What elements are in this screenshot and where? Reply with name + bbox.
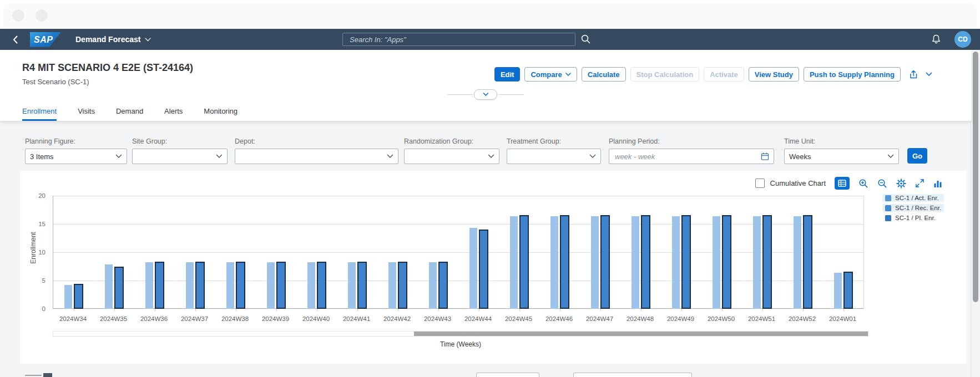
bar-sc-1-act-enr-[interactable] <box>713 216 720 309</box>
tab-demand[interactable]: Demand <box>116 103 143 121</box>
fullscreen-button[interactable] <box>915 179 925 188</box>
go-button[interactable]: Go <box>907 148 927 164</box>
bar-sc-1-pl-enr-[interactable] <box>641 215 650 309</box>
bar-sc-1-pl-enr-[interactable] <box>236 262 245 309</box>
legend-item-rec-enr[interactable]: SC-1 / Rec. Enr. <box>882 204 944 212</box>
bar-sc-1-act-enr-[interactable] <box>632 216 639 309</box>
cumulative-chart-checkbox[interactable] <box>755 179 765 188</box>
tab-monitoring[interactable]: Monitoring <box>204 103 238 121</box>
bar-sc-1-pl-enr-[interactable] <box>438 262 448 309</box>
shell-search-field[interactable] <box>342 33 575 46</box>
filter-label: Depot: <box>235 137 398 145</box>
bar-sc-1-pl-enr-[interactable] <box>317 262 326 309</box>
bar-sc-1-pl-enr-[interactable] <box>560 215 569 309</box>
partial-bottom-field[interactable] <box>573 373 692 377</box>
bar-sc-1-pl-enr-[interactable] <box>803 215 812 309</box>
stop-calculation-button[interactable]: Stop Calculation <box>630 67 700 81</box>
bar-sc-1-pl-enr-[interactable] <box>276 262 286 309</box>
bar-sc-1-pl-enr-[interactable] <box>762 215 772 309</box>
view-study-button[interactable]: View Study <box>749 67 799 81</box>
bar-sc-1-pl-enr-[interactable] <box>114 267 124 309</box>
bar-sc-1-act-enr-[interactable] <box>510 216 518 309</box>
zoom-in-button[interactable] <box>858 179 868 188</box>
push-to-supply-planning-button[interactable]: Push to Supply Planning <box>804 67 901 81</box>
legend-item-act-enr[interactable]: SC-1 / Act. Enr. <box>882 194 944 202</box>
product-switch[interactable]: Demand Forecast <box>75 35 151 44</box>
bar-sc-1-pl-enr-[interactable] <box>479 230 488 309</box>
bar-sc-1-pl-enr-[interactable] <box>843 272 853 309</box>
tab-bar: Enrollment Visits Demand Alerts Monitori… <box>22 103 238 121</box>
treatment-group-select[interactable] <box>507 149 601 164</box>
x-axis-tick-label: 2024W35 <box>93 315 134 322</box>
bar-sc-1-pl-enr-[interactable] <box>722 215 731 309</box>
avatar[interactable]: CD <box>954 31 971 48</box>
bar-sc-1-act-enr-[interactable] <box>226 262 234 309</box>
search-icon[interactable] <box>580 34 591 47</box>
activate-button[interactable]: Activate <box>704 67 744 81</box>
chart-settings-button[interactable] <box>896 179 906 188</box>
compare-button[interactable]: Compare <box>524 67 577 81</box>
bar-sc-1-act-enr-[interactable] <box>469 228 477 309</box>
bar-sc-1-act-enr-[interactable] <box>267 262 275 309</box>
calendar-icon[interactable] <box>761 152 769 161</box>
bar-sc-1-pl-enr-[interactable] <box>357 262 367 309</box>
share-button[interactable] <box>908 70 918 79</box>
scrollbar-thumb[interactable] <box>414 332 868 336</box>
tab-enrollment[interactable]: Enrollment <box>22 103 57 121</box>
legend-item-pl-enr[interactable]: SC-1 / Pl. Enr. <box>882 214 944 222</box>
x-axis-tick <box>479 309 479 311</box>
x-axis-tick-label: 2024W39 <box>255 315 296 322</box>
chart-horizontal-scrollbar[interactable] <box>53 331 868 337</box>
tab-visits[interactable]: Visits <box>78 103 95 121</box>
randomization-group-select[interactable] <box>404 149 499 164</box>
bar-sc-1-pl-enr-[interactable] <box>681 215 691 309</box>
bar-sc-1-act-enr-[interactable] <box>388 262 396 309</box>
bar-sc-1-pl-enr-[interactable] <box>398 262 407 309</box>
bar-sc-1-pl-enr-[interactable] <box>519 215 529 309</box>
bar-sc-1-act-enr-[interactable] <box>186 262 194 309</box>
depot-select[interactable] <box>235 149 398 164</box>
shell-header: SAP Demand Forecast CD <box>0 29 980 50</box>
bar-sc-1-act-enr-[interactable] <box>550 216 558 309</box>
back-button[interactable] <box>9 33 21 46</box>
bar-sc-1-act-enr-[interactable] <box>145 262 153 309</box>
search-input[interactable] <box>348 35 569 44</box>
x-axis-tick <box>236 309 236 311</box>
expand-icon <box>915 179 925 188</box>
chart-type-button[interactable] <box>933 179 942 188</box>
site-group-select[interactable] <box>132 149 228 164</box>
bar-sc-1-act-enr-[interactable] <box>307 262 315 309</box>
bar-sc-1-act-enr-[interactable] <box>672 216 680 309</box>
bar-sc-1-act-enr-[interactable] <box>348 262 356 309</box>
time-unit-select[interactable]: Weeks <box>784 149 899 164</box>
planning-period-field[interactable] <box>609 149 774 164</box>
bar-sc-1-pl-enr-[interactable] <box>155 262 164 309</box>
partial-bottom-field[interactable] <box>476 373 539 377</box>
zoom-out-button[interactable] <box>877 179 887 188</box>
bar-sc-1-pl-enr-[interactable] <box>600 215 610 309</box>
legend-toggle-button[interactable] <box>835 177 850 190</box>
bar-sc-1-pl-enr-[interactable] <box>195 262 205 309</box>
table-icon <box>838 180 846 187</box>
chevron-down-icon <box>565 73 571 76</box>
divider <box>447 94 473 95</box>
bar-sc-1-act-enr-[interactable] <box>753 216 761 309</box>
planning-figure-select[interactable]: 3 Items <box>25 149 127 164</box>
page-scrollbar-thumb[interactable] <box>973 52 978 302</box>
header-overflow-button[interactable] <box>926 72 932 77</box>
page-scrollbar[interactable] <box>971 50 980 377</box>
notifications-button[interactable] <box>931 34 941 45</box>
bar-sc-1-act-enr-[interactable] <box>105 264 113 309</box>
edit-button[interactable]: Edit <box>494 67 521 81</box>
sap-logo[interactable]: SAP <box>30 32 61 47</box>
bar-sc-1-act-enr-[interactable] <box>794 216 801 309</box>
bar-sc-1-act-enr-[interactable] <box>429 262 437 309</box>
planning-period-input[interactable] <box>614 152 761 161</box>
calculate-button[interactable]: Calculate <box>582 67 626 81</box>
bar-sc-1-pl-enr-[interactable] <box>74 284 83 309</box>
tab-alerts[interactable]: Alerts <box>164 103 183 121</box>
bar-sc-1-act-enr-[interactable] <box>834 273 842 309</box>
collapse-header-button[interactable] <box>474 89 497 100</box>
bar-sc-1-act-enr-[interactable] <box>591 216 599 309</box>
bar-sc-1-act-enr-[interactable] <box>64 285 72 309</box>
